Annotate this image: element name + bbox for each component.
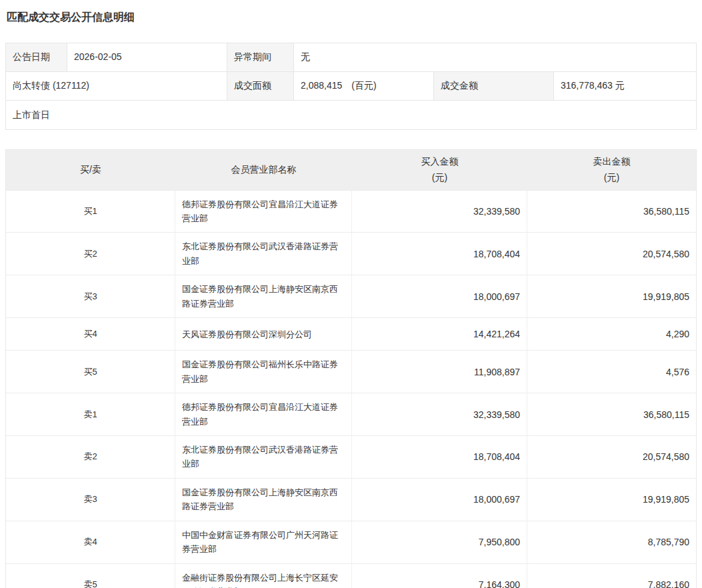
table-row: 卖3 国金证券股份有限公司上海静安区南京西路证券营业部 18,000,697 1… [6,478,696,521]
table-row: 买5 国金证券股份有限公司福州长乐中路证券营业部 11,908,897 4,57… [6,350,696,393]
table-row: 买3 国金证券股份有限公司上海静安区南京西路证券营业部 18,000,697 1… [6,275,696,317]
row-side: 买4 [6,318,175,350]
summary-info-box: 公告日期 2026-02-05 异常期间 无 尚太转债 (127112) 成交面… [5,43,697,130]
row-side: 买1 [6,191,175,233]
info-row-date: 公告日期 2026-02-05 异常期间 无 [6,43,696,72]
row-buy-amount: 11,908,897 [352,351,527,393]
row-buy-amount: 18,000,697 [352,275,527,317]
row-side: 卖4 [6,521,175,563]
face-value-label: 成交面额 [227,72,294,100]
header-branch-name: 会员营业部名称 [175,150,352,190]
row-sell-amount: 20,574,580 [527,436,696,478]
page: 匹配成交交易公开信息明细 公告日期 2026-02-05 异常期间 无 尚太转债… [0,0,702,588]
row-branch-name: 金融街证券股份有限公司上海长宁区延安西路证券营业部 [175,564,352,588]
security-name: 尚太转债 (127112) [6,72,227,100]
table-row: 买2 东北证券股份有限公司武汉香港路证券营业部 18,708,404 20,57… [6,232,696,275]
row-sell-amount: 7,882,160 [527,564,696,588]
header-buy-amount: 买入金额 (元) [352,150,527,190]
trade-table: 买/卖 会员营业部名称 买入金额 (元) 卖出金额 (元) 买1 德邦证券股份有… [5,149,697,588]
abnormal-period-label: 异常期间 [227,43,294,71]
row-sell-amount: 36,580,115 [527,191,696,233]
row-side: 卖3 [6,479,175,521]
listing-note: 上市首日 [6,101,696,129]
announce-date-value: 2026-02-05 [67,43,227,71]
row-sell-amount: 19,919,805 [527,275,696,317]
header-sell-amount-unit: (元) [604,170,619,186]
row-buy-amount: 18,708,404 [352,436,527,478]
amount-value: 316,778,463 元 [554,72,696,100]
row-buy-amount: 18,708,404 [352,233,527,275]
info-row-note: 上市首日 [6,101,696,129]
abnormal-period-value: 无 [294,43,696,71]
row-buy-amount: 32,339,580 [352,393,527,435]
row-buy-amount: 32,339,580 [352,191,527,233]
table-row: 卖1 德邦证券股份有限公司宜昌沿江大道证券营业部 32,339,580 36,5… [6,393,696,435]
row-branch-name: 国金证券股份有限公司上海静安区南京西路证券营业部 [175,479,352,521]
row-side: 买3 [6,275,175,317]
row-buy-amount: 18,000,697 [352,479,527,521]
header-sell-amount-line1: 卖出金额 [593,154,631,170]
row-sell-amount: 4,290 [527,318,696,350]
row-side: 卖1 [6,393,175,435]
row-branch-name: 天风证券股份有限公司深圳分公司 [175,318,352,350]
row-sell-amount: 4,576 [527,351,696,393]
row-side: 卖2 [6,436,175,478]
page-title: 匹配成交交易公开信息明细 [7,11,697,25]
row-buy-amount: 14,421,264 [352,318,527,350]
face-value: 2,088,415 [301,79,342,93]
table-row: 卖5 金融街证券股份有限公司上海长宁区延安西路证券营业部 7,164,300 7… [6,563,696,588]
face-value-unit: (百元) [351,79,376,93]
row-buy-amount: 7,950,800 [352,521,527,563]
row-sell-amount: 20,574,580 [527,233,696,275]
header-buy-amount-line1: 买入金额 [421,154,459,170]
row-sell-amount: 36,580,115 [527,393,696,435]
table-header: 买/卖 会员营业部名称 买入金额 (元) 卖出金额 (元) [6,150,696,190]
row-branch-name: 东北证券股份有限公司武汉香港路证券营业部 [175,233,352,275]
row-branch-name: 德邦证券股份有限公司宜昌沿江大道证券营业部 [175,191,352,233]
row-buy-amount: 7,164,300 [352,564,527,588]
row-branch-name: 中国中金财富证券有限公司广州天河路证券营业部 [175,521,352,563]
row-branch-name: 德邦证券股份有限公司宜昌沿江大道证券营业部 [175,393,352,435]
face-value-cell: 2,088,415 (百元) [294,72,434,100]
table-row: 卖2 东北证券股份有限公司武汉香港路证券营业部 18,708,404 20,57… [6,435,696,478]
table-row: 买1 德邦证券股份有限公司宜昌沿江大道证券营业部 32,339,580 36,5… [6,190,696,233]
row-branch-name: 国金证券股份有限公司福州长乐中路证券营业部 [175,351,352,393]
table-row: 卖4 中国中金财富证券有限公司广州天河路证券营业部 7,950,800 8,78… [6,521,696,563]
header-sell-amount: 卖出金额 (元) [527,150,696,190]
amount-label: 成交金额 [434,72,554,100]
row-branch-name: 东北证券股份有限公司武汉香港路证券营业部 [175,436,352,478]
row-sell-amount: 8,785,790 [527,521,696,563]
row-side: 卖5 [6,564,175,588]
row-branch-name: 国金证券股份有限公司上海静安区南京西路证券营业部 [175,275,352,317]
row-sell-amount: 19,919,805 [527,479,696,521]
info-row-security: 尚太转债 (127112) 成交面额 2,088,415 (百元) 成交金额 3… [6,72,696,101]
row-side: 买2 [6,233,175,275]
header-side: 买/卖 [6,150,175,190]
table-row: 买4 天风证券股份有限公司深圳分公司 14,421,264 4,290 [6,317,696,350]
header-buy-amount-unit: (元) [432,170,447,186]
announce-date-label: 公告日期 [6,43,67,71]
table-body: 买1 德邦证券股份有限公司宜昌沿江大道证券营业部 32,339,580 36,5… [6,190,696,588]
row-side: 买5 [6,351,175,393]
